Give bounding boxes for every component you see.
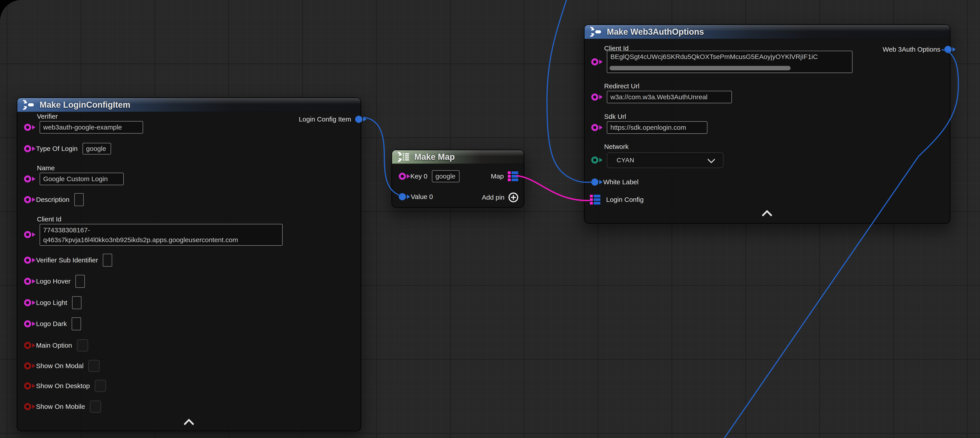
network-pin[interactable] xyxy=(591,156,598,164)
value0-pin[interactable] xyxy=(399,193,406,200)
node-title: Make Map xyxy=(414,152,455,162)
make-struct-icon xyxy=(589,27,602,37)
output-row-web3auth-options: Web 3Auth Options xyxy=(883,45,951,54)
logo-light-label: Logo Light xyxy=(36,299,67,306)
show-on-desktop-checkbox[interactable] xyxy=(95,380,106,392)
node-make-web3authoptions[interactable]: Make Web3AuthOptions Web 3Auth Options C… xyxy=(585,25,950,223)
show-on-modal-label: Show On Modal xyxy=(36,362,83,370)
node-make-map[interactable]: Make Map Key 0 google Map Value 0 Add pi… xyxy=(392,150,523,207)
login-config-item-output-pin[interactable] xyxy=(355,116,362,123)
verifier-input[interactable]: web3auth-google-example xyxy=(40,121,143,134)
map-output-pin[interactable] xyxy=(508,171,518,181)
key0-input[interactable]: google xyxy=(432,170,460,182)
node-header-make-map[interactable]: Make Map xyxy=(392,150,523,164)
verifier-sub-identifier-pin[interactable] xyxy=(24,256,31,264)
node-title: Make Web3AuthOptions xyxy=(607,27,704,37)
main-option-pin[interactable] xyxy=(24,342,31,349)
key0-label: Key 0 xyxy=(410,172,428,180)
client-id-hscrollbar[interactable] xyxy=(609,66,791,70)
network-selected-value: CYAN xyxy=(617,157,635,164)
description-label: Description xyxy=(36,196,69,204)
logo-light-pin[interactable] xyxy=(24,299,31,306)
logo-hover-input[interactable] xyxy=(75,275,85,288)
type-of-login-input[interactable]: google xyxy=(83,143,111,154)
collapse-node-chevron-icon[interactable] xyxy=(762,210,772,221)
sdk-url-pin[interactable] xyxy=(591,124,598,131)
web3auth-options-output-pin[interactable] xyxy=(944,46,951,53)
main-option-label: Main Option xyxy=(36,342,72,349)
collapse-node-chevron-icon[interactable] xyxy=(184,419,194,429)
output-pin-label: Login Config Item xyxy=(299,116,351,123)
verifier-sub-identifier-label: Verifier Sub Identifier xyxy=(36,256,98,264)
redirect-url-input[interactable]: w3a://com.w3a.Web3AuthUnreal xyxy=(607,91,732,103)
show-on-mobile-pin[interactable] xyxy=(24,403,31,410)
add-pin-plus-icon[interactable] xyxy=(509,193,518,202)
verifier-pin[interactable] xyxy=(24,124,31,131)
type-of-login-label: Type Of Login xyxy=(36,145,78,153)
wire-map-to-loginconfig[interactable] xyxy=(516,175,590,201)
network-label: Network xyxy=(604,143,628,150)
client-id-label: Client Id xyxy=(37,215,61,223)
logo-hover-label: Logo Hover xyxy=(36,277,70,285)
client-id-value: BEglQSgt4cUWcj6SKRdu5QkOXTsePmMcusG5EAoy… xyxy=(610,53,818,61)
show-on-modal-checkbox[interactable] xyxy=(88,360,99,372)
client-id-pin[interactable] xyxy=(591,58,598,65)
white-label-pin[interactable] xyxy=(591,178,598,186)
login-config-pin[interactable] xyxy=(590,195,600,204)
type-of-login-pin[interactable] xyxy=(24,145,31,152)
output-pin-label: Web 3Auth Options xyxy=(883,46,940,53)
sdk-url-label: Sdk Url xyxy=(604,113,626,120)
logo-dark-input[interactable] xyxy=(72,317,81,330)
white-label-label: White Label xyxy=(603,178,638,186)
chevron-down-icon xyxy=(707,156,715,163)
output-row-login-config-item: Login Config Item xyxy=(299,115,362,124)
map-output-label: Map xyxy=(491,172,504,180)
description-input[interactable] xyxy=(74,193,84,206)
logo-dark-label: Logo Dark xyxy=(36,320,67,328)
show-on-modal-pin[interactable] xyxy=(24,362,31,370)
add-pin-label: Add pin xyxy=(482,194,504,201)
client-id-input[interactable]: 774338308167-q463s7kpvja16l4l0kko3nb925i… xyxy=(40,224,283,246)
node-header-make-loginconfigitem[interactable]: Make LoginConfigItem xyxy=(18,98,361,112)
show-on-mobile-label: Show On Mobile xyxy=(36,403,85,410)
make-struct-icon xyxy=(22,100,35,110)
login-config-label: Login Config xyxy=(606,196,644,204)
network-dropdown[interactable]: CYAN xyxy=(607,153,724,168)
logo-light-input[interactable] xyxy=(72,296,81,309)
logo-hover-pin[interactable] xyxy=(24,278,31,285)
show-on-desktop-pin[interactable] xyxy=(24,382,31,390)
make-map-icon xyxy=(397,152,410,162)
name-pin[interactable] xyxy=(24,175,31,183)
description-pin[interactable] xyxy=(24,196,31,203)
show-on-desktop-label: Show On Desktop xyxy=(36,382,90,390)
node-header-make-web3authoptions[interactable]: Make Web3AuthOptions xyxy=(585,25,950,39)
logo-dark-pin[interactable] xyxy=(24,320,31,327)
redirect-url-pin[interactable] xyxy=(591,94,598,100)
client-id-input[interactable]: BEglQSgt4cUWcj6SKRdu5QkOXTsePmMcusG5EAoy… xyxy=(607,51,853,73)
main-option-checkbox[interactable] xyxy=(77,339,88,351)
node-make-loginconfigitem[interactable]: Make LoginConfigItem Login Config Item V… xyxy=(18,98,361,431)
name-label: Name xyxy=(37,164,55,172)
sdk-url-input[interactable]: https://sdk.openlogin.com xyxy=(607,121,707,134)
redirect-url-label: Redirect Url xyxy=(604,82,639,90)
client-id-pin[interactable] xyxy=(24,231,31,238)
value0-label: Value 0 xyxy=(411,193,433,201)
name-input[interactable]: Google Custom Login xyxy=(40,173,124,185)
node-title: Make LoginConfigItem xyxy=(40,100,130,110)
verifier-sub-identifier-input[interactable] xyxy=(103,254,112,267)
key0-pin[interactable] xyxy=(399,173,406,180)
blueprint-graph-canvas[interactable]: Make LoginConfigItem Login Config Item V… xyxy=(0,0,980,438)
verifier-label: Verifier xyxy=(37,113,57,120)
show-on-mobile-checkbox[interactable] xyxy=(90,401,101,413)
